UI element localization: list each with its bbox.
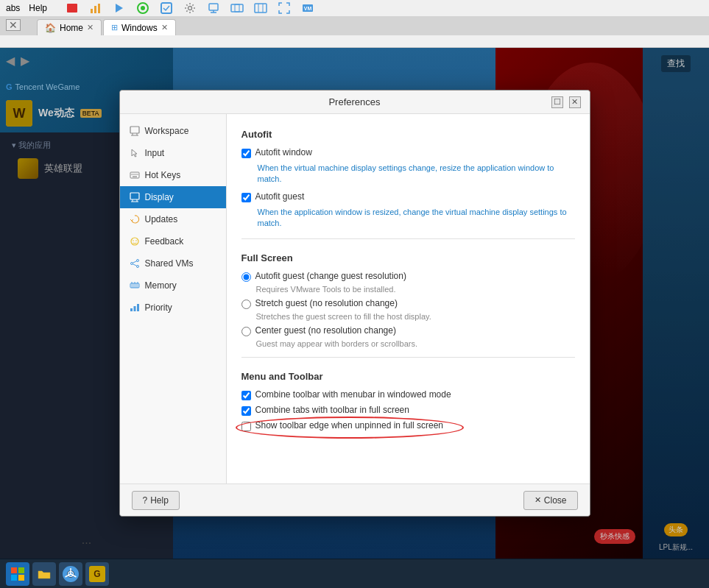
cursor-icon xyxy=(129,147,141,159)
close-x-icon: ✕ xyxy=(535,495,541,505)
modal-overlay: Preferences ☐ ✕ Workspace xyxy=(0,48,709,559)
dialog-title: Preferences xyxy=(158,96,551,107)
tab-close-x[interactable]: ✕ xyxy=(6,19,21,31)
autofit-guest-row: Autofit guest xyxy=(241,191,575,202)
refresh-icon xyxy=(129,213,141,225)
radio-stretch-desc: Stretches the guest screen to fill the h… xyxy=(256,312,575,321)
nav-item-memory[interactable]: Memory xyxy=(120,274,226,297)
dialog-body: Workspace Input Hot Keys xyxy=(120,114,590,483)
nav-item-hotkeys[interactable]: Hot Keys xyxy=(120,164,226,186)
nav-workspace-label: Workspace xyxy=(145,126,189,136)
radio-center[interactable] xyxy=(241,327,251,336)
dialog-titlebar: Preferences ☐ ✕ xyxy=(120,91,590,114)
svg-rect-51 xyxy=(130,308,133,311)
menu-abs[interactable]: abs xyxy=(6,3,20,13)
radio-center-desc: Guest may appear with borders or scrollb… xyxy=(256,339,575,348)
svg-rect-30 xyxy=(130,193,139,199)
display-icon xyxy=(129,191,141,203)
show-toolbar-checkbox[interactable] xyxy=(241,422,251,431)
monitor-icon xyxy=(129,125,141,137)
autofit-guest-desc: When the application window is resized, … xyxy=(258,207,575,230)
combine-menubar-checkbox[interactable] xyxy=(241,391,251,400)
close-button[interactable]: ✕ Close xyxy=(523,491,578,510)
combine-tabs-label: Combine tabs with toolbar in full screen xyxy=(255,405,409,415)
menu-help[interactable]: Help xyxy=(29,3,47,13)
tab-home[interactable]: 🏠 Home ✕ xyxy=(37,19,102,35)
nav-item-priority[interactable]: Priority xyxy=(120,297,226,319)
svg-rect-12 xyxy=(231,4,243,12)
svg-rect-19 xyxy=(130,127,139,133)
taskbar-wegame[interactable]: G xyxy=(85,562,109,586)
svg-point-35 xyxy=(133,240,134,241)
nav-item-sharedvms[interactable]: Shared VMs xyxy=(120,252,226,274)
svg-point-36 xyxy=(135,240,137,241)
svg-rect-57 xyxy=(18,575,24,581)
combine-menubar-row: Combine toolbar with menubar in windowed… xyxy=(241,389,575,400)
fullscreen-radio-group: Autofit guest (change guest resolution) … xyxy=(241,271,575,348)
question-icon: ? xyxy=(143,495,148,506)
tab-windows[interactable]: ⊞ Windows ✕ xyxy=(103,19,176,35)
svg-rect-52 xyxy=(133,306,135,311)
tab-home-close[interactable]: ✕ xyxy=(87,23,94,32)
svg-rect-23 xyxy=(130,172,139,178)
autofit-window-checkbox[interactable] xyxy=(241,149,251,158)
dialog-content: Autofit Autofit window When the virtual … xyxy=(227,114,590,483)
nav-item-updates[interactable]: Updates xyxy=(120,208,226,230)
svg-rect-56 xyxy=(11,575,17,581)
dialog-controls: ☐ ✕ xyxy=(551,96,581,108)
radio-center-label: Center guest (no resolution change) xyxy=(255,325,396,336)
svg-rect-54 xyxy=(11,567,17,573)
svg-rect-1 xyxy=(91,9,93,13)
taskbar: G xyxy=(0,559,709,588)
svg-point-38 xyxy=(136,266,138,268)
autofit-title: Autofit xyxy=(241,129,575,140)
nav-item-workspace[interactable]: Workspace xyxy=(120,120,226,142)
nav-item-display[interactable]: Display xyxy=(120,186,226,208)
smile-icon xyxy=(129,235,141,247)
svg-text:G: G xyxy=(94,569,100,579)
autofit-window-label: Autofit window xyxy=(255,147,312,157)
nav-priority-label: Priority xyxy=(145,302,172,313)
tab-bar: 🏠 Home ✕ ⊞ Windows ✕ ✕ xyxy=(0,16,709,35)
show-toolbar-container: Show toolbar edge when unpinned in full … xyxy=(241,420,575,431)
dialog-maximize-btn[interactable]: ☐ xyxy=(551,96,563,108)
combine-tabs-checkbox[interactable] xyxy=(241,406,251,416)
radio-stretch-row: Stretch guest (no resolution change) xyxy=(241,298,575,309)
nav-sharedvms-label: Shared VMs xyxy=(145,258,194,269)
taskbar-folder[interactable] xyxy=(32,562,56,586)
dialog-close-btn[interactable]: ✕ xyxy=(569,96,581,108)
taskbar-chrome[interactable] xyxy=(59,562,82,586)
radio-stretch[interactable] xyxy=(241,300,251,309)
nav-item-feedback[interactable]: Feedback xyxy=(120,230,226,252)
svg-line-41 xyxy=(133,264,136,266)
radio-center-row: Center guest (no resolution change) xyxy=(241,325,575,336)
autofit-window-desc: When the virtual machine display setting… xyxy=(258,163,575,185)
svg-point-37 xyxy=(136,260,138,262)
svg-rect-55 xyxy=(18,567,24,573)
radio-autofit-desc: Requires VMware Tools to be installed. xyxy=(256,285,575,294)
nav-updates-label: Updates xyxy=(145,214,178,224)
share-icon xyxy=(129,258,141,269)
taskbar-start[interactable] xyxy=(6,562,29,586)
svg-rect-13 xyxy=(235,4,239,12)
help-button[interactable]: ? Help xyxy=(132,491,180,510)
nav-feedback-label: Feedback xyxy=(145,236,184,247)
radio-autofit[interactable] xyxy=(241,272,251,282)
browser-top: abs Help xyxy=(0,0,709,48)
nav-display-label: Display xyxy=(145,192,174,202)
autofit-guest-checkbox[interactable] xyxy=(241,193,251,202)
memory-icon xyxy=(129,280,141,291)
svg-point-6 xyxy=(141,6,145,10)
svg-rect-2 xyxy=(94,6,96,13)
show-toolbar-row: Show toolbar edge when unpinned in full … xyxy=(241,420,575,431)
dialog-nav: Workspace Input Hot Keys xyxy=(120,114,227,483)
nav-item-input[interactable]: Input xyxy=(120,142,226,164)
svg-line-40 xyxy=(133,261,136,263)
nav-memory-label: Memory xyxy=(145,280,177,291)
tab-windows-close[interactable]: ✕ xyxy=(161,23,168,32)
radio-stretch-label: Stretch guest (no resolution change) xyxy=(255,298,398,308)
dialog-footer: ? Help ✕ Close xyxy=(120,483,590,516)
svg-rect-0 xyxy=(67,4,77,13)
combine-menubar-label: Combine toolbar with menubar in windowed… xyxy=(255,389,451,400)
svg-rect-3 xyxy=(98,4,100,13)
